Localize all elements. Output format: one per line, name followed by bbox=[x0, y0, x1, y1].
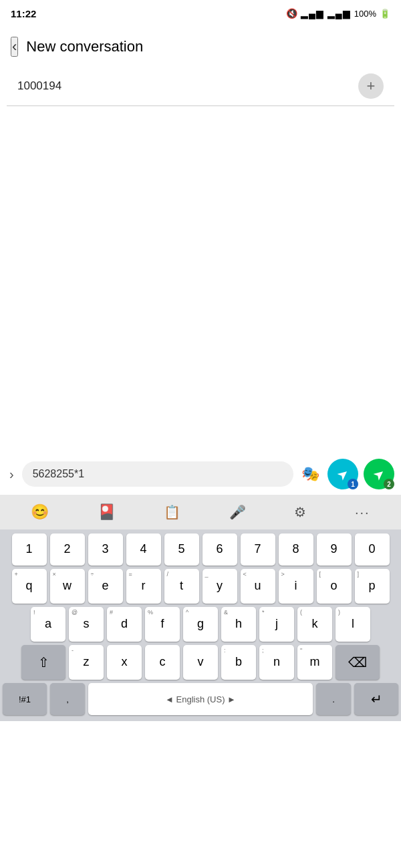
shift-button[interactable]: ⇧ bbox=[21, 645, 65, 680]
key-e[interactable]: ÷e bbox=[88, 569, 123, 604]
send-badge-2: 2 bbox=[384, 479, 394, 489]
add-recipient-button[interactable]: + bbox=[358, 73, 384, 99]
key-3[interactable]: 3 bbox=[88, 533, 123, 566]
chevron-right-icon: › bbox=[9, 467, 14, 481]
more-icon: ··· bbox=[355, 505, 370, 520]
clipboard-toolbar-button[interactable]: 📋 bbox=[164, 504, 180, 520]
key-r[interactable]: =r bbox=[126, 569, 161, 604]
key-1[interactable]: 1 bbox=[12, 533, 47, 566]
key-z[interactable]: -z bbox=[69, 645, 104, 680]
send-button-2[interactable]: ➤ 2 bbox=[364, 459, 394, 489]
mic-toolbar-button[interactable]: 🎤 bbox=[229, 504, 246, 520]
sticker-button[interactable]: 🎭 bbox=[299, 463, 322, 485]
key-t[interactable]: /t bbox=[164, 569, 199, 604]
keyboard-num-row: 1 2 3 4 5 6 7 8 9 0 bbox=[3, 533, 398, 566]
language-label: ◄ English (US) ► bbox=[165, 694, 236, 704]
key-q[interactable]: +q bbox=[12, 569, 47, 604]
key-2[interactable]: 2 bbox=[50, 533, 85, 566]
plus-icon: + bbox=[367, 77, 376, 95]
sticker-icon: 🎭 bbox=[301, 465, 319, 482]
key-5[interactable]: 5 bbox=[164, 533, 199, 566]
page-title: New conversation bbox=[26, 38, 143, 55]
key-o[interactable]: [o bbox=[317, 569, 352, 604]
key-c[interactable]: c bbox=[145, 645, 180, 680]
key-n[interactable]: ;n bbox=[259, 645, 294, 680]
more-toolbar-button[interactable]: ··· bbox=[355, 505, 370, 520]
backspace-button[interactable]: ⌫ bbox=[336, 645, 380, 680]
keyboard-row-3: ⇧ -z x c v :b ;n "m ⌫ bbox=[3, 645, 398, 680]
key-9[interactable]: 9 bbox=[317, 533, 352, 566]
key-y[interactable]: _y bbox=[203, 569, 237, 604]
mic-icon: 🎤 bbox=[229, 504, 246, 520]
battery-text: 100% bbox=[354, 9, 376, 19]
keyboard-row-1: +q ×w ÷e =r /t _y <u >i [o ]p bbox=[3, 569, 398, 604]
send-badge-1: 1 bbox=[348, 479, 358, 489]
key-j[interactable]: *j bbox=[259, 607, 294, 642]
space-button[interactable]: ◄ English (US) ► bbox=[88, 683, 313, 715]
key-u[interactable]: <u bbox=[241, 569, 275, 604]
clipboard-icon: 📋 bbox=[164, 504, 180, 520]
message-input-row: › 🎭 ➤ 1 ➤ 2 bbox=[0, 453, 401, 495]
recipient-input[interactable] bbox=[17, 79, 358, 93]
recipient-row: + bbox=[7, 67, 394, 106]
key-f[interactable]: %f bbox=[145, 607, 180, 642]
key-i[interactable]: >i bbox=[279, 569, 313, 604]
keyboard: 1 2 3 4 5 6 7 8 9 0 +q ×w ÷e =r /t _y <u… bbox=[0, 529, 401, 721]
key-k[interactable]: (k bbox=[297, 607, 332, 642]
expand-button[interactable]: › bbox=[7, 464, 17, 485]
shift-icon: ⇧ bbox=[38, 654, 49, 670]
key-s[interactable]: @s bbox=[69, 607, 104, 642]
app-bar: ‹ New conversation bbox=[0, 27, 401, 67]
emoji-icon: 😊 bbox=[31, 503, 49, 521]
key-g[interactable]: ^g bbox=[183, 607, 218, 642]
key-m[interactable]: "m bbox=[297, 645, 332, 680]
enter-icon: ↵ bbox=[371, 691, 382, 707]
key-4[interactable]: 4 bbox=[126, 533, 161, 566]
key-d[interactable]: #d bbox=[107, 607, 142, 642]
sticker-toolbar-icon: 🎴 bbox=[98, 503, 116, 521]
status-bar: 11:22 🔇 ▂▄▆ ▂▄▆ 100% 🔋 bbox=[0, 0, 401, 27]
mute-icon: 🔇 bbox=[286, 8, 297, 19]
key-b[interactable]: :b bbox=[221, 645, 256, 680]
key-v[interactable]: v bbox=[183, 645, 218, 680]
key-h[interactable]: &h bbox=[221, 607, 256, 642]
key-l[interactable]: )l bbox=[336, 607, 370, 642]
battery-icon: 🔋 bbox=[380, 9, 390, 19]
symbols-label: !#1 bbox=[19, 694, 31, 704]
send-button-1[interactable]: ➤ 1 bbox=[327, 459, 358, 489]
keyboard-toolbar: 😊 🎴 📋 🎤 ⚙ ··· bbox=[0, 495, 401, 529]
signal-icon-2: ▂▄▆ bbox=[327, 8, 351, 19]
message-area bbox=[0, 106, 401, 453]
keyboard-bottom-row: !#1 , ◄ English (US) ► . ↵ bbox=[3, 683, 398, 715]
back-button[interactable]: ‹ bbox=[11, 37, 18, 57]
message-input[interactable] bbox=[22, 461, 293, 487]
key-p[interactable]: ]p bbox=[355, 569, 390, 604]
status-icons: 🔇 ▂▄▆ ▂▄▆ 100% 🔋 bbox=[286, 8, 390, 19]
comma-label: , bbox=[66, 694, 69, 704]
symbols-button[interactable]: !#1 bbox=[3, 683, 47, 715]
backspace-icon: ⌫ bbox=[348, 654, 367, 670]
key-0[interactable]: 0 bbox=[355, 533, 390, 566]
settings-toolbar-button[interactable]: ⚙ bbox=[294, 504, 306, 520]
dot-button[interactable]: . bbox=[316, 683, 351, 715]
status-time: 11:22 bbox=[11, 8, 36, 19]
emoji-toolbar-button[interactable]: 😊 bbox=[31, 503, 49, 521]
comma-button[interactable]: , bbox=[50, 683, 85, 715]
key-a[interactable]: !a bbox=[31, 607, 65, 642]
enter-button[interactable]: ↵ bbox=[354, 683, 398, 715]
dot-label: . bbox=[332, 694, 335, 704]
keyboard-row-2: !a @s #d %f ^g &h *j (k )l bbox=[3, 607, 398, 642]
key-7[interactable]: 7 bbox=[241, 533, 275, 566]
key-x[interactable]: x bbox=[107, 645, 142, 680]
key-8[interactable]: 8 bbox=[279, 533, 313, 566]
gear-icon: ⚙ bbox=[294, 504, 306, 520]
key-w[interactable]: ×w bbox=[50, 569, 85, 604]
signal-icon: ▂▄▆ bbox=[301, 8, 324, 19]
sticker-toolbar-button[interactable]: 🎴 bbox=[98, 503, 116, 521]
key-6[interactable]: 6 bbox=[203, 533, 237, 566]
